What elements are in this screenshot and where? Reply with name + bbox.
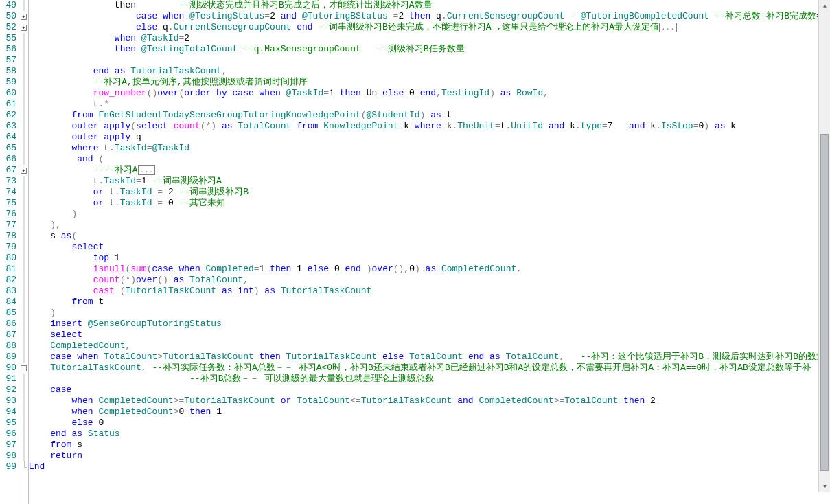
keyword: then (409, 11, 430, 21)
keyword: select (71, 242, 104, 252)
code-line[interactable]: select (29, 242, 830, 253)
code-line[interactable]: count(*)over() as TotalCount, (29, 275, 830, 286)
operator: ( (361, 110, 367, 120)
line-number: 89 (0, 352, 16, 363)
code-area[interactable]: then --测级状态完成并且补习B完成之后，才能统计出测级补习A数量 case… (29, 0, 830, 504)
keyword: when (163, 11, 184, 21)
fold-cell (19, 253, 28, 264)
keyword: as (715, 121, 726, 131)
line-number: 97 (0, 439, 16, 450)
code-line[interactable]: from FnGetStudentTodaySenseGroupTutoring… (29, 110, 830, 121)
code-line[interactable]: CompletedCount, (29, 341, 830, 352)
identifier: CompletedCount (479, 396, 553, 406)
expand-icon[interactable]: + (21, 14, 27, 20)
fold-cell (19, 88, 28, 99)
operator: . (575, 121, 581, 131)
scrollbar-thumb[interactable] (820, 134, 829, 472)
line-number: 76 (0, 209, 16, 220)
keyword: end (420, 88, 436, 98)
operator: = (136, 176, 141, 186)
text (297, 11, 302, 21)
code-line[interactable]: else q.CurrentSensegroupCount end --词串测级… (29, 22, 830, 33)
fold-cell (19, 66, 28, 77)
code-line[interactable]: end as Status (29, 428, 830, 439)
code-line[interactable]: cast (TutorialTaskCount as int) as Tutor… (29, 286, 830, 297)
code-line[interactable]: --补习B总数－－ 可以测级的最大量数也就是理论上测级总数 (29, 374, 830, 385)
operator: - (570, 11, 575, 21)
number: 1 (216, 406, 222, 417)
keyword: End (29, 461, 45, 472)
collapse-icon[interactable]: - (21, 365, 27, 371)
code-line[interactable]: ) (29, 308, 830, 319)
expand-icon[interactable]: + (21, 25, 27, 31)
code-line[interactable]: s as( (29, 231, 830, 242)
code-line[interactable]: ) (29, 209, 830, 220)
scroll-down-button[interactable]: ▼ (819, 481, 830, 492)
text (281, 352, 286, 362)
text (281, 88, 286, 98)
collapsed-region-icon[interactable]: ... (659, 23, 677, 32)
code-line[interactable]: End (29, 461, 830, 472)
collapsed-region-icon[interactable]: ... (138, 165, 156, 175)
operator: = (495, 121, 500, 131)
text: t (500, 121, 506, 131)
line-number: 75 (0, 198, 16, 209)
code-line[interactable]: ), (29, 220, 830, 231)
text (216, 121, 222, 131)
code-line[interactable]: case (29, 385, 830, 396)
code-line[interactable]: when CompletedCount>0 then 1 (29, 406, 830, 417)
code-line[interactable]: TutorialTaskCount, --补习实际任务数：补习A总数－－ 补习A… (29, 363, 830, 374)
code-line[interactable]: from s (29, 439, 830, 450)
code-line[interactable]: return (29, 450, 830, 461)
code-line[interactable]: outer apply(select count(*) as TotalCoun… (29, 121, 830, 132)
line-number: 57 (0, 55, 16, 66)
scrollbar-track[interactable] (819, 12, 830, 481)
code-line[interactable]: from t (29, 297, 830, 308)
text (82, 319, 88, 329)
code-line[interactable]: where t.TaskId=@TaskId (29, 143, 830, 154)
text: t (93, 297, 104, 307)
identifier: TotalCount (297, 396, 350, 406)
operator: = (602, 121, 608, 131)
code-line[interactable]: t.* (29, 99, 830, 110)
code-line[interactable]: case when TotalCount>TutorialTaskCount t… (29, 352, 830, 363)
code-line[interactable]: insert @SenseGroupTutoringStatus (29, 319, 830, 330)
code-line[interactable]: or t.TaskId = 2 --词串测级补习B (29, 187, 830, 198)
keyword: as (222, 121, 233, 131)
text (575, 11, 581, 21)
line-number: 79 (0, 242, 16, 253)
keyword: when (77, 352, 98, 362)
number: 0 (409, 264, 415, 274)
code-line[interactable]: then @TestingTotalCount --q.MaxSensegrou… (29, 44, 830, 55)
variable: @SenseGroupTutoringStatus (88, 319, 222, 329)
code-line[interactable]: when CompletedCount>=TutorialTaskCount o… (29, 396, 830, 406)
code-line[interactable] (29, 55, 830, 66)
operator: >= (554, 396, 565, 406)
code-line[interactable]: row_number()over(order by case when @Tas… (29, 88, 830, 99)
code-line[interactable]: end as TutorialTaskCount, (29, 66, 830, 77)
scroll-up-button[interactable]: ▲ (819, 0, 830, 12)
code-line[interactable]: top 1 (29, 253, 830, 264)
code-line[interactable]: --补习A,按单元倒序,其他按照测级或者筛词时间排序 (29, 77, 830, 88)
text: k (564, 121, 575, 131)
code-line[interactable]: ----补习A... (29, 165, 830, 176)
code-line[interactable]: when @TaskId=2 (29, 33, 830, 44)
line-number: 98 (0, 450, 16, 461)
code-line[interactable]: select (29, 330, 830, 341)
code-line[interactable]: isnull(sum(case when Completed=1 then 1 … (29, 264, 830, 275)
fold-cell (19, 264, 28, 275)
line-number-gutter: 4950525556575859606162636465666773747576… (0, 0, 19, 504)
fold-cell (19, 154, 28, 165)
code-line[interactable]: outer apply q (29, 132, 830, 143)
keyword: and (281, 11, 297, 21)
code-line[interactable]: then --测级状态完成并且补习B完成之后，才能统计出测级补习A数量 (29, 0, 830, 11)
vertical-scrollbar[interactable]: ▲ ▼ (818, 0, 830, 492)
code-line[interactable]: or t.TaskId = 0 --其它未知 (29, 198, 830, 209)
expand-icon[interactable]: + (21, 168, 27, 174)
code-line[interactable]: else 0 (29, 417, 830, 428)
fold-cell (19, 297, 28, 308)
code-line[interactable]: and ( (29, 154, 830, 165)
code-line[interactable]: case when @TestingStatus=2 and @Tutoring… (29, 11, 830, 22)
code-line[interactable]: t.TaskId=1 --词串测级补习A (29, 176, 830, 187)
text (484, 352, 489, 362)
